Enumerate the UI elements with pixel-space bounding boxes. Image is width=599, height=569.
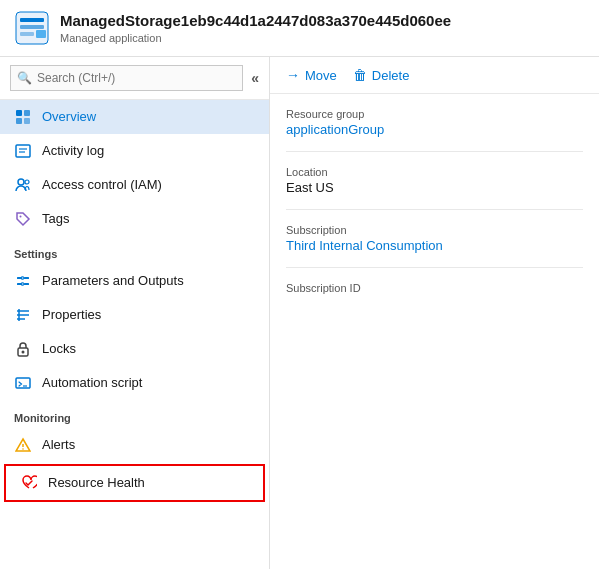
location-value: East US <box>286 180 583 195</box>
subscription-row: Subscription Third Internal Consumption <box>286 224 583 253</box>
sidebar-item-alerts-label: Alerts <box>42 437 75 454</box>
sidebar-item-access-control-label: Access control (IAM) <box>42 177 162 194</box>
svg-point-13 <box>25 180 29 184</box>
svg-rect-5 <box>16 110 22 116</box>
location-row: Location East US <box>286 166 583 195</box>
svg-rect-6 <box>24 110 30 116</box>
sidebar-item-access-control[interactable]: Access control (IAM) <box>0 168 269 202</box>
app-icon <box>14 10 50 46</box>
search-input[interactable] <box>10 65 243 91</box>
automation-icon <box>14 374 32 392</box>
divider-3 <box>286 267 583 268</box>
sidebar-item-automation-label: Automation script <box>42 375 142 392</box>
divider-2 <box>286 209 583 210</box>
svg-point-33 <box>22 448 24 450</box>
sidebar-item-resource-health[interactable]: Resource Health <box>4 464 265 502</box>
svg-rect-7 <box>16 118 22 124</box>
section-settings-label: Settings <box>0 236 269 264</box>
parameters-icon <box>14 272 32 290</box>
resource-group-label: Resource group <box>286 108 583 120</box>
sidebar-item-automation[interactable]: Automation script <box>0 366 269 400</box>
main-layout: 🔍 « Overview <box>0 57 599 569</box>
svg-rect-1 <box>20 18 44 22</box>
sidebar-item-tags[interactable]: Tags <box>0 202 269 236</box>
subscription-value[interactable]: Third Internal Consumption <box>286 238 583 253</box>
content-area: → Move 🗑 Delete Resource group applicati… <box>270 57 599 569</box>
sidebar-item-tags-label: Tags <box>42 211 69 228</box>
svg-rect-18 <box>24 283 29 285</box>
svg-point-14 <box>20 216 22 218</box>
search-bar: 🔍 « <box>0 57 269 100</box>
sidebar: 🔍 « Overview <box>0 57 270 569</box>
svg-rect-2 <box>20 25 44 29</box>
delete-label: Delete <box>372 68 410 83</box>
alerts-icon <box>14 436 32 454</box>
sidebar-item-properties-label: Properties <box>42 307 101 324</box>
page-title: ManagedStorage1eb9c44d1a2447d083a370e445… <box>60 12 451 30</box>
location-label: Location <box>286 166 583 178</box>
access-control-icon <box>14 176 32 194</box>
svg-point-12 <box>18 179 24 185</box>
locks-icon <box>14 340 32 358</box>
sidebar-item-alerts[interactable]: Alerts <box>0 428 269 462</box>
sidebar-item-properties[interactable]: Properties <box>0 298 269 332</box>
svg-rect-16 <box>24 277 29 279</box>
app-header: ManagedStorage1eb9c44d1a2447d083a370e445… <box>0 0 599 57</box>
move-button[interactable]: → Move <box>286 67 337 83</box>
delete-icon: 🗑 <box>353 67 367 83</box>
sidebar-item-activity-log[interactable]: Activity log <box>0 134 269 168</box>
divider-1 <box>286 151 583 152</box>
collapse-button[interactable]: « <box>251 70 259 86</box>
info-panel: Resource group applicationGroup Location… <box>270 94 599 322</box>
overview-icon <box>14 108 32 126</box>
content-toolbar: → Move 🗑 Delete <box>270 57 599 94</box>
page-subtitle: Managed application <box>60 32 451 44</box>
sidebar-item-overview[interactable]: Overview <box>0 100 269 134</box>
move-icon: → <box>286 67 300 83</box>
resource-health-icon <box>20 474 38 492</box>
svg-point-28 <box>22 351 25 354</box>
sidebar-item-overview-label: Overview <box>42 109 96 126</box>
svg-rect-3 <box>20 32 34 36</box>
resource-group-row: Resource group applicationGroup <box>286 108 583 137</box>
sidebar-item-locks-label: Locks <box>42 341 76 358</box>
header-text: ManagedStorage1eb9c44d1a2447d083a370e445… <box>60 12 451 44</box>
section-monitoring-label: Monitoring <box>0 400 269 428</box>
search-icon: 🔍 <box>17 71 32 85</box>
properties-icon <box>14 306 32 324</box>
move-label: Move <box>305 68 337 83</box>
sidebar-item-parameters[interactable]: Parameters and Outputs <box>0 264 269 298</box>
activity-log-icon <box>14 142 32 160</box>
subscription-id-label: Subscription ID <box>286 282 583 294</box>
svg-rect-4 <box>36 30 46 38</box>
delete-button[interactable]: 🗑 Delete <box>353 67 410 83</box>
sidebar-item-parameters-label: Parameters and Outputs <box>42 273 184 290</box>
svg-rect-9 <box>16 145 30 157</box>
subscription-label: Subscription <box>286 224 583 236</box>
sidebar-item-activity-log-label: Activity log <box>42 143 104 160</box>
sidebar-item-locks[interactable]: Locks <box>0 332 269 366</box>
subscription-id-row: Subscription ID <box>286 282 583 294</box>
resource-group-value[interactable]: applicationGroup <box>286 122 583 137</box>
tags-icon <box>14 210 32 228</box>
svg-rect-8 <box>24 118 30 124</box>
sidebar-item-resource-health-label: Resource Health <box>48 475 145 492</box>
